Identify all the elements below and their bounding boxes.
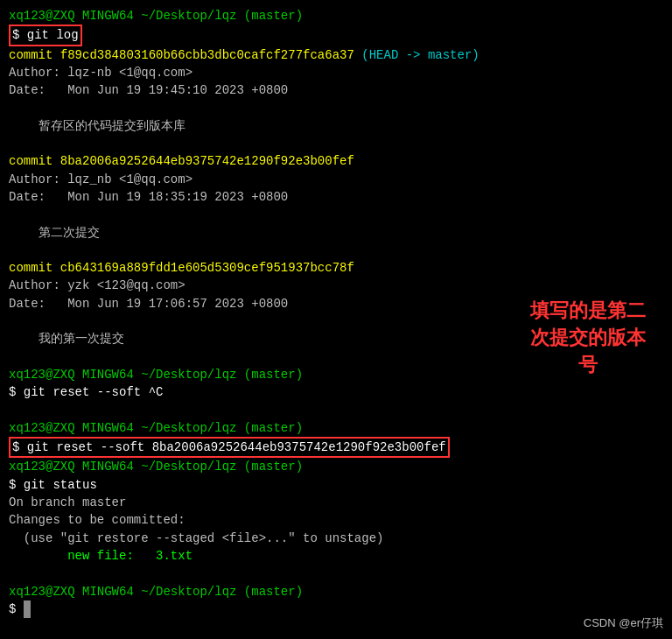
commit2-hash: commit 8ba2006a9252644eb9375742e1290f92e… [9, 152, 663, 170]
annotation-text: 填写的是第二次提交的版本号 [530, 298, 646, 378]
commit2-message: 第二次提交 [9, 224, 663, 242]
watermark: CSDN @er仔琪 [584, 615, 663, 632]
status-command: $ git status [9, 476, 663, 494]
blank1 [9, 135, 663, 152]
use-hint: (use "git restore --staged <file>..." to… [9, 530, 663, 547]
commit1-blank [9, 99, 663, 116]
blank2 [9, 242, 663, 259]
commit3-hash: commit cb643169a889fdd1e605d5309cef95193… [9, 259, 663, 277]
command-git-log: $ git log [9, 25, 663, 46]
blank5 [9, 402, 663, 419]
soft-reset-command: $ git reset --soft 8ba2006a9252644eb9375… [9, 437, 663, 458]
commit2-date: Date: Mon Jun 19 18:35:19 2023 +0800 [9, 188, 663, 206]
new-file: new file: 3.txt [9, 547, 663, 565]
commit2-author: Author: lqz_nb <1@qq.com> [9, 171, 663, 188]
soft-reset-cancel: $ git reset --soft ^C [9, 383, 663, 401]
commit1-hash: commit f89cd384803160b66cbb3dbc0cafcf277… [9, 46, 663, 64]
changes-to-commit: Changes to be committed: [9, 511, 663, 529]
blank6 [9, 565, 663, 582]
terminal: xq123@ZXQ MINGW64 ~/Desktop/lqz (master)… [0, 0, 672, 639]
commit1-message: 暂存区的代码提交到版本库 [9, 117, 663, 135]
on-branch: On branch master [9, 494, 663, 511]
dollar-prompt: $ [9, 600, 663, 618]
prompt-line-3: xq123@ZXQ MINGW64 ~/Desktop/lqz (master) [9, 419, 663, 437]
commit3-author: Author: yzk <123@qq.com> [9, 277, 663, 294]
prompt-line-4: xq123@ZXQ MINGW64 ~/Desktop/lqz (master) [9, 458, 663, 475]
prompt-line-5: xq123@ZXQ MINGW64 ~/Desktop/lqz (master) [9, 583, 663, 600]
commit2-blank [9, 206, 663, 223]
prompt-line-1: xq123@ZXQ MINGW64 ~/Desktop/lqz (master) [9, 7, 663, 25]
commit1-author: Author: lqz-nb <1@qq.com> [9, 64, 663, 81]
commit1-date: Date: Mon Jun 19 19:45:10 2023 +0800 [9, 81, 663, 99]
